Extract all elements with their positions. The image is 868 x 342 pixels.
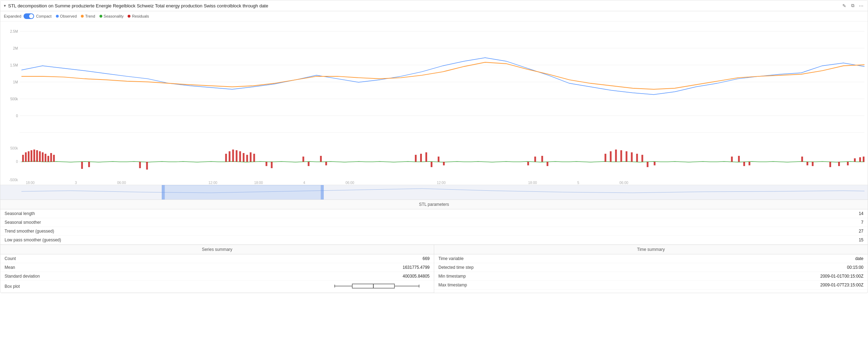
min-timestamp-value: 2009-01-01T00:15:00Z bbox=[820, 274, 863, 279]
min-timestamp-label: Min timestamp bbox=[438, 274, 466, 279]
svg-text:18:00: 18:00 bbox=[528, 181, 537, 185]
svg-rect-26 bbox=[47, 156, 49, 162]
panel-header: ▾ STL decomposition on Summe produzierte… bbox=[0, 0, 868, 11]
svg-rect-41 bbox=[253, 154, 255, 162]
seasonality-label: Seasonality bbox=[104, 14, 124, 18]
svg-rect-23 bbox=[39, 151, 41, 162]
svg-text:-500k: -500k bbox=[9, 178, 18, 182]
param-row-seasonal-smoother: Seasonal smoother 7 bbox=[0, 218, 868, 227]
svg-rect-28 bbox=[53, 155, 55, 162]
boxplot-value bbox=[331, 283, 430, 291]
main-chart-svg: 2.5M 2M 1.5M 1M 500k 0 bbox=[0, 24, 868, 144]
param-row-trend-smoother: Trend smoother (guessed) 27 bbox=[0, 227, 868, 236]
svg-rect-35 bbox=[232, 150, 234, 162]
svg-rect-72 bbox=[801, 157, 803, 162]
time-variable-value: date bbox=[855, 256, 863, 261]
svg-rect-57 bbox=[547, 162, 548, 166]
svg-rect-32 bbox=[146, 162, 148, 170]
series-count-row: Count 669 bbox=[0, 254, 434, 263]
boxplot-label: Box plot bbox=[5, 284, 20, 289]
svg-rect-53 bbox=[443, 162, 445, 165]
svg-text:2M: 2M bbox=[13, 46, 18, 50]
svg-rect-31 bbox=[139, 162, 141, 168]
param-row-lowpass-smoother: Low pass smoother (guessed) 15 bbox=[0, 236, 868, 245]
minimap[interactable] bbox=[0, 185, 868, 200]
legend-trend: Trend bbox=[81, 14, 95, 18]
trend-line bbox=[21, 62, 864, 89]
svg-rect-60 bbox=[615, 150, 617, 162]
residual-bars-3 bbox=[302, 156, 327, 166]
svg-text:4: 4 bbox=[303, 181, 306, 185]
svg-rect-51 bbox=[431, 162, 432, 167]
compact-toggle[interactable] bbox=[24, 13, 34, 19]
observed-line bbox=[21, 58, 864, 95]
trend-dot bbox=[81, 15, 84, 18]
svg-rect-75 bbox=[829, 162, 831, 167]
svg-rect-92 bbox=[162, 185, 324, 200]
count-value: 669 bbox=[423, 256, 430, 261]
expanded-label: Expanded bbox=[4, 14, 21, 18]
duplicate-icon[interactable]: ⧉ bbox=[849, 2, 856, 9]
svg-rect-62 bbox=[626, 151, 628, 162]
svg-text:1M: 1M bbox=[13, 80, 18, 84]
svg-text:12:00: 12:00 bbox=[208, 181, 217, 185]
lowpass-smoother-value: 15 bbox=[859, 238, 863, 242]
svg-rect-79 bbox=[859, 157, 861, 162]
more-icon[interactable]: ⋯ bbox=[858, 2, 864, 9]
trend-smoother-value: 27 bbox=[859, 229, 863, 234]
svg-rect-50 bbox=[425, 152, 427, 162]
svg-rect-58 bbox=[605, 154, 606, 162]
svg-rect-93 bbox=[162, 185, 165, 200]
svg-rect-48 bbox=[415, 155, 417, 162]
stddev-label: Standard deviation bbox=[5, 274, 40, 279]
max-timestamp-value: 2009-01-07T23:15:00Z bbox=[820, 283, 863, 287]
seasonality-dot bbox=[99, 15, 102, 18]
svg-text:18:00: 18:00 bbox=[26, 181, 34, 185]
svg-text:500k: 500k bbox=[10, 97, 18, 101]
time-step-value: 00:15:00 bbox=[847, 265, 863, 270]
collapse-icon[interactable]: ▾ bbox=[4, 4, 6, 8]
svg-rect-22 bbox=[36, 150, 38, 162]
mean-label: Mean bbox=[5, 265, 15, 270]
svg-rect-29 bbox=[81, 162, 83, 169]
svg-rect-40 bbox=[250, 152, 251, 162]
legend-bar: Expanded Compact Observed Trend Seasonal… bbox=[0, 11, 868, 21]
svg-rect-80 bbox=[863, 157, 864, 162]
svg-rect-43 bbox=[271, 162, 272, 168]
residual-bars-7 bbox=[731, 156, 750, 166]
residual-bars-2 bbox=[225, 150, 272, 168]
svg-rect-21 bbox=[33, 150, 35, 162]
legend-observed: Observed bbox=[56, 14, 77, 18]
seasonal-smoother-value: 7 bbox=[861, 220, 863, 225]
svg-text:2.5M: 2.5M bbox=[10, 30, 18, 33]
trend-smoother-label: Trend smoother (guessed) bbox=[5, 229, 54, 234]
svg-text:5: 5 bbox=[577, 181, 579, 185]
svg-rect-63 bbox=[631, 152, 633, 162]
svg-text:1.5M: 1.5M bbox=[10, 63, 18, 67]
mean-value: 1631775.4799 bbox=[403, 265, 430, 270]
svg-text:18:00: 18:00 bbox=[254, 181, 263, 185]
count-label: Count bbox=[5, 256, 16, 261]
svg-rect-27 bbox=[50, 153, 52, 162]
series-boxplot-row: Box plot bbox=[0, 281, 434, 293]
boxplot-svg bbox=[331, 283, 430, 290]
residual-bars-5 bbox=[527, 156, 548, 166]
series-stddev-row: Standard deviation 400305.84805 bbox=[0, 272, 434, 281]
svg-rect-59 bbox=[610, 151, 612, 162]
time-step-label: Detected time step bbox=[438, 265, 474, 270]
minimap-svg bbox=[0, 185, 868, 200]
svg-rect-45 bbox=[308, 162, 309, 166]
edit-icon[interactable]: ✎ bbox=[841, 2, 847, 9]
svg-text:06:00: 06:00 bbox=[117, 181, 126, 185]
svg-rect-37 bbox=[239, 151, 241, 162]
svg-rect-24 bbox=[42, 152, 44, 162]
svg-rect-34 bbox=[229, 151, 230, 162]
svg-rect-30 bbox=[88, 162, 90, 167]
stl-params-header: STL parameters bbox=[0, 200, 868, 209]
svg-rect-46 bbox=[320, 156, 322, 162]
svg-rect-38 bbox=[243, 153, 244, 162]
toggle-thumb bbox=[29, 14, 33, 18]
svg-rect-25 bbox=[45, 154, 46, 162]
max-timestamp-label: Max timestamp bbox=[438, 283, 467, 287]
seasonal-length-label: Seasonal length bbox=[5, 211, 35, 216]
